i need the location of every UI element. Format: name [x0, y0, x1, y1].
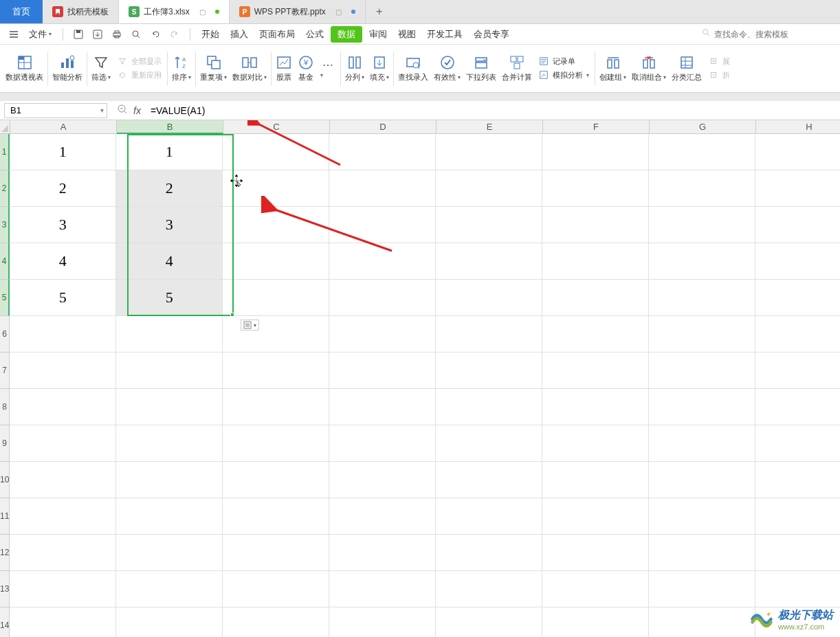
cell-B14[interactable] — [116, 607, 223, 637]
ribbon-show-all[interactable]: 全部显示 — [118, 56, 162, 67]
cell-G1[interactable] — [649, 134, 755, 170]
cell-D2[interactable] — [329, 170, 436, 207]
cell-H3[interactable] — [755, 207, 840, 243]
menu-icon[interactable] — [8, 28, 20, 41]
window-icon[interactable]: ▢ — [199, 8, 206, 16]
cells-area[interactable]: 1122334455 — [10, 134, 840, 637]
cell-G8[interactable] — [649, 389, 755, 425]
row-header-13[interactable]: 13 — [0, 571, 10, 607]
cell-C12[interactable] — [223, 535, 329, 571]
preview-icon[interactable] — [130, 28, 142, 41]
cell-C3[interactable] — [223, 207, 329, 243]
cell-F2[interactable] — [542, 170, 649, 207]
cell-E2[interactable] — [436, 170, 542, 207]
cell-F12[interactable] — [542, 535, 649, 571]
select-all-corner[interactable] — [0, 120, 10, 134]
cell-C2[interactable] — [223, 170, 329, 207]
cell-F11[interactable] — [542, 498, 649, 535]
chevron-down-icon[interactable]: ▾ — [100, 107, 104, 114]
col-header-A[interactable]: A — [10, 120, 117, 134]
cell-F14[interactable] — [542, 607, 649, 637]
ribbon-validity[interactable]: 有效性▾ — [431, 53, 463, 84]
ribbon-filter[interactable]: 筛选▾ — [89, 53, 113, 84]
col-header-F[interactable]: F — [543, 120, 650, 134]
cell-B10[interactable] — [116, 462, 223, 498]
cell-B2[interactable]: 2 — [116, 170, 223, 207]
fx-icon[interactable]: fx — [133, 105, 141, 116]
cell-H12[interactable] — [755, 535, 840, 571]
window-icon[interactable]: ▢ — [335, 8, 342, 16]
cell-C13[interactable] — [223, 571, 329, 607]
cell-A9[interactable] — [10, 425, 116, 462]
cell-G6[interactable] — [649, 316, 755, 353]
cell-H13[interactable] — [755, 571, 840, 607]
col-header-C[interactable]: C — [223, 120, 330, 134]
cell-A3[interactable]: 3 — [10, 207, 116, 243]
cell-D8[interactable] — [329, 389, 436, 425]
cell-F13[interactable] — [542, 571, 649, 607]
tab-template[interactable]: 找稻壳模板 — [43, 0, 119, 23]
fill-options-button[interactable]: ▾ — [241, 320, 259, 331]
row-header-14[interactable]: 14 — [0, 607, 10, 637]
chevron-down-icon[interactable]: ▾ — [320, 72, 336, 78]
ribbon-duplicates[interactable]: 重复项▾ — [197, 53, 230, 84]
undo-icon[interactable] — [149, 28, 162, 41]
ribbon-record[interactable]: 记录单 — [539, 56, 589, 67]
cell-A13[interactable] — [10, 571, 116, 607]
cell-F10[interactable] — [542, 462, 649, 498]
cell-H5[interactable] — [755, 280, 840, 316]
cell-E6[interactable] — [436, 316, 542, 353]
cell-G13[interactable] — [649, 571, 755, 607]
col-header-D[interactable]: D — [330, 120, 436, 134]
cell-F6[interactable] — [542, 316, 649, 353]
cell-B3[interactable]: 3 — [116, 207, 223, 243]
cell-E14[interactable] — [436, 607, 542, 637]
cancel-icon[interactable] — [117, 104, 128, 118]
row-header-2[interactable]: 2 — [0, 170, 10, 207]
save-as-icon[interactable] — [91, 28, 104, 41]
row-header-7[interactable]: 7 — [0, 353, 10, 389]
cell-D5[interactable] — [329, 280, 436, 316]
formula-input[interactable]: =VALUE(A1) — [146, 105, 840, 116]
menu-dev-tools[interactable]: 开发工具 — [423, 26, 467, 43]
cell-E10[interactable] — [436, 462, 542, 498]
menu-formula[interactable]: 公式 — [302, 26, 328, 43]
cell-B5[interactable]: 5 — [116, 280, 223, 316]
row-header-12[interactable]: 12 — [0, 535, 10, 571]
cell-B12[interactable] — [116, 535, 223, 571]
save-icon[interactable] — [72, 28, 85, 41]
cell-B9[interactable] — [116, 425, 223, 462]
cell-E3[interactable] — [436, 207, 542, 243]
menu-review[interactable]: 审阅 — [365, 26, 391, 43]
cell-A5[interactable]: 5 — [10, 280, 116, 316]
cell-A14[interactable] — [10, 607, 116, 637]
cell-E11[interactable] — [436, 498, 542, 535]
redo-icon[interactable] — [168, 28, 181, 41]
cell-E1[interactable] — [436, 134, 542, 170]
row-header-9[interactable]: 9 — [0, 425, 10, 462]
cell-F4[interactable] — [542, 243, 649, 280]
cell-G10[interactable] — [649, 462, 755, 498]
cell-G7[interactable] — [649, 353, 755, 389]
cell-B6[interactable] — [116, 316, 223, 353]
ribbon-consolidate[interactable]: 合并计算 — [499, 53, 535, 84]
ribbon-sort[interactable]: AZ排序▾ — [169, 53, 194, 84]
cell-G14[interactable] — [649, 607, 755, 637]
row-header-6[interactable]: 6 — [0, 316, 10, 353]
cell-C5[interactable] — [223, 280, 329, 316]
cell-F1[interactable] — [542, 134, 649, 170]
cell-F8[interactable] — [542, 389, 649, 425]
cell-D6[interactable] — [329, 316, 436, 353]
cell-A6[interactable] — [10, 316, 116, 353]
tab-new[interactable]: + — [366, 0, 393, 23]
cell-G3[interactable] — [649, 207, 755, 243]
ribbon-reapply[interactable]: 重新应用 — [118, 70, 162, 81]
cell-C11[interactable] — [223, 498, 329, 535]
cell-H10[interactable] — [755, 462, 840, 498]
menu-data[interactable]: 数据 — [331, 26, 362, 43]
cell-H7[interactable] — [755, 353, 840, 389]
row-header-11[interactable]: 11 — [0, 498, 10, 535]
cell-D11[interactable] — [329, 498, 436, 535]
cell-E9[interactable] — [436, 425, 542, 462]
row-header-8[interactable]: 8 — [0, 389, 10, 425]
